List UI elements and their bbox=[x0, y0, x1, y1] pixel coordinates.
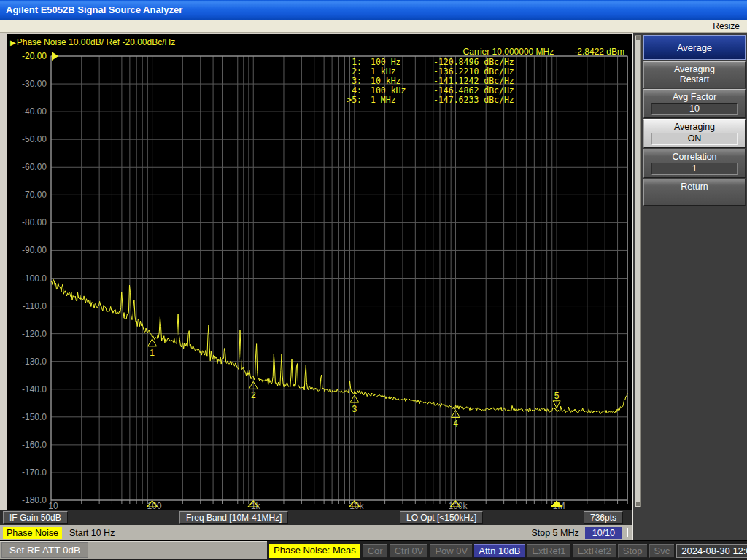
y-axis-label: -30.00 bbox=[22, 79, 47, 89]
softkey-value: 10 bbox=[651, 103, 738, 115]
y-axis-label: -160.0 bbox=[22, 440, 47, 450]
softkey-label: Averaging bbox=[646, 122, 743, 132]
status-2024-08-30-12-07: 2024-08-30 12:07 bbox=[676, 544, 747, 558]
status-cor: Cor bbox=[363, 544, 387, 558]
lo-opt-field[interactable]: LO Opt [<150kHz] bbox=[400, 511, 483, 524]
y-axis-label: -120.0 bbox=[22, 329, 47, 339]
marker-row: >5:1 MHz-147.6233 dBc/Hz bbox=[341, 96, 514, 105]
resize-menu-item[interactable]: Resize bbox=[713, 21, 740, 31]
carrier-readout: Carrier 10.000000 MHz-2.8422 dBm bbox=[463, 47, 624, 57]
status-pow-0v: Pow 0V bbox=[430, 544, 472, 558]
average-count-badge: 10/10 bbox=[585, 527, 622, 539]
x-axis-label: 10 bbox=[48, 501, 58, 510]
status-stop: Stop bbox=[618, 544, 647, 558]
sweep-start-label: Start 10 Hz bbox=[69, 528, 115, 538]
softkey-menu: Average Averaging RestartAvg Factor10Ave… bbox=[643, 35, 746, 206]
sweep-progress-tick bbox=[627, 528, 628, 537]
status-ctrl-0v: Ctrl 0V bbox=[390, 544, 428, 558]
trace-marker-icon: ▶ bbox=[10, 39, 16, 47]
x-axis-label: 100 bbox=[147, 501, 162, 510]
status-phase-noise-meas: Phase Noise: Meas bbox=[269, 544, 360, 558]
y-axis-label: -50.00 bbox=[22, 134, 47, 144]
y-axis-label: -80.00 bbox=[22, 217, 47, 228]
y-axis-label: -170.0 bbox=[22, 467, 47, 478]
status-svc: Svc bbox=[649, 544, 675, 558]
menu-bar: Resize bbox=[0, 20, 747, 33]
sweep-type-badge: Phase Noise bbox=[3, 527, 62, 539]
instrument-status-bar: Set RF ATT 0dB Phase Noise: MeasCorCtrl … bbox=[0, 541, 747, 560]
status-indicator-area: Phase Noise: MeasCorCtrl 0VPow 0VAttn 10… bbox=[267, 541, 747, 560]
plot-canvas: -20.00-30.00-40.00-50.00-60.00-70.00-80.… bbox=[7, 34, 632, 510]
softkey-value: ON bbox=[651, 133, 738, 145]
scroll-down-icon[interactable] bbox=[636, 502, 640, 506]
marker-number: 2 bbox=[251, 390, 256, 400]
trace-scale-label[interactable]: ▶Phase Noise 10.00dB/ Ref -20.00dBc/Hz bbox=[10, 37, 175, 47]
status-extref2: ExtRef2 bbox=[573, 544, 616, 558]
y-axis-label: -40.00 bbox=[22, 106, 47, 117]
softkey-averaging[interactable]: Averaging Restart bbox=[643, 61, 746, 88]
y-axis-label: -180.0 bbox=[22, 495, 47, 505]
y-axis-label: -110.0 bbox=[23, 301, 47, 311]
if-gain-field[interactable]: IF Gain 50dB bbox=[3, 511, 68, 524]
y-axis-label: -60.00 bbox=[22, 162, 47, 172]
softkey-menu-title: Average bbox=[643, 35, 746, 60]
softkey-correlation[interactable]: Correlation1 bbox=[643, 149, 746, 178]
softkey-avg-factor[interactable]: Avg Factor10 bbox=[643, 89, 746, 118]
softkey-label: Correlation bbox=[646, 152, 743, 162]
softkey-scrollbar[interactable] bbox=[635, 35, 641, 508]
y-axis-label: -130.0 bbox=[22, 357, 47, 367]
softkey-value: 1 bbox=[651, 163, 738, 175]
y-axis-label: -140.0 bbox=[22, 384, 47, 394]
y-axis-label: -70.00 bbox=[22, 190, 47, 200]
measurement-status-bar: IF Gain 50dB Freq Band [10M-41MHz] LO Op… bbox=[0, 510, 632, 525]
points-field[interactable]: 736pts bbox=[584, 511, 623, 524]
window-title: Agilent E5052B Signal Source Analyzer bbox=[0, 0, 747, 20]
y-axis-label: -150.0 bbox=[22, 412, 47, 422]
softkey-label: Avg Factor bbox=[646, 92, 743, 102]
softkey-panel: Average Averaging RestartAvg Factor10Ave… bbox=[632, 33, 747, 540]
freq-band-field[interactable]: Freq Band [10M-41MHz] bbox=[179, 511, 288, 524]
softkey-return[interactable]: Return bbox=[643, 179, 746, 206]
softkey-label: Averaging Restart bbox=[646, 64, 743, 85]
ref-level-arrow-icon bbox=[52, 52, 58, 61]
scroll-up-icon[interactable] bbox=[636, 36, 640, 40]
marker-number: 1 bbox=[150, 348, 155, 358]
softkey-label: Return bbox=[646, 182, 743, 192]
rf-att-message: Set RF ATT 0dB bbox=[1, 542, 88, 558]
status-attn-10db: Attn 10dB bbox=[474, 544, 525, 558]
sweep-stop-label: Stop 5 MHz bbox=[531, 528, 578, 538]
marker-number: 4 bbox=[453, 419, 458, 429]
message-area: Set RF ATT 0dB bbox=[0, 541, 267, 559]
sweep-status-bar: Phase Noise Start 10 Hz Stop 5 MHz 10/10 bbox=[0, 525, 632, 540]
active-marker-number: 5 bbox=[554, 391, 560, 401]
y-axis-label: -100.0 bbox=[22, 273, 47, 284]
y-axis-label: -20.00 bbox=[22, 51, 47, 61]
x-axis-label: 10k bbox=[349, 501, 364, 510]
softkey-averaging[interactable]: AveragingON bbox=[643, 119, 746, 148]
marker-number: 3 bbox=[352, 404, 357, 414]
phase-noise-plot: -20.00-30.00-40.00-50.00-60.00-70.00-80.… bbox=[7, 34, 632, 510]
y-axis-label: -90.00 bbox=[22, 245, 47, 255]
instrument-screen: -20.00-30.00-40.00-50.00-60.00-70.00-80.… bbox=[0, 33, 747, 540]
marker-table: 1:100 Hz-120.8496 dBc/Hz2:1 kHz-136.2210… bbox=[341, 58, 514, 105]
status-extref1: ExtRef1 bbox=[527, 544, 570, 558]
